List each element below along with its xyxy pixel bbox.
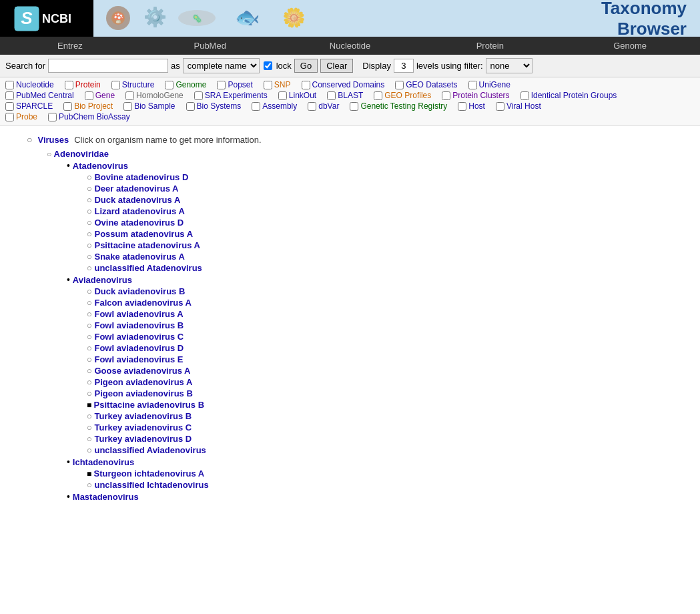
root-bullet: ○ — [27, 134, 32, 145]
filter-geo-profiles-checkbox[interactable] — [374, 91, 382, 100]
icht-bullet: • — [67, 456, 73, 467]
filter-assembly-checkbox[interactable] — [252, 102, 260, 111]
filter-sra-label: SRA Experiments — [205, 91, 268, 100]
filter-popset-checkbox[interactable] — [217, 81, 226, 89]
sturgeon-icht-a-link[interactable]: Sturgeon ichtadenovirus A — [94, 469, 205, 479]
levels-input[interactable] — [394, 59, 414, 73]
filter-unigene-checkbox[interactable] — [468, 81, 477, 89]
filter-pubmed-central-checkbox[interactable] — [5, 91, 14, 100]
filter-select[interactable]: none all curated — [486, 58, 533, 73]
nav-pubmed[interactable]: PubMed — [140, 37, 280, 55]
pigeon-avia-b-link[interactable]: Pigeon aviadenovirus B — [94, 388, 192, 398]
nav-entrez[interactable]: Entrez — [0, 37, 140, 55]
filter-snp-checkbox[interactable] — [264, 81, 272, 89]
filter-sparcle-checkbox[interactable] — [5, 102, 14, 111]
snake-ata-a-link[interactable]: Snake atadenovirus A — [94, 252, 184, 262]
list-item: ○ Fowl aviadenovirus D — [87, 343, 687, 353]
duck-ata-a-link[interactable]: Duck atadenovirus A — [94, 195, 180, 205]
list-item: ○ Pigeon aviadenovirus B — [87, 388, 687, 398]
filter-genetic-testing-checkbox[interactable] — [350, 102, 358, 111]
list-item: ■ Sturgeon ichtadenovirus A — [87, 469, 687, 479]
duck-avia-b-link[interactable]: Duck aviadenovirus B — [94, 286, 185, 296]
fowl-avia-c-link[interactable]: Fowl aviadenovirus C — [94, 332, 184, 342]
list-item: ○ Adenoviridae • Atadenovirus ○ Bovine a… — [47, 149, 687, 502]
unclassified-ata-link[interactable]: unclassified Atadenovirus — [94, 263, 202, 273]
possum-ata-a-link[interactable]: Possum atadenovirus A — [94, 229, 193, 239]
nav-protein[interactable]: Protein — [420, 37, 560, 55]
filter-row-4: Probe PubChem BioAssay — [5, 112, 695, 121]
filter-sra-checkbox[interactable] — [194, 91, 203, 100]
svg-text:⚙️: ⚙️ — [143, 6, 167, 28]
ovine-ata-d-link[interactable]: Ovine atadenovirus D — [94, 218, 184, 228]
filter-protein-checkbox[interactable] — [65, 81, 73, 89]
filter-geo-datasets-checkbox[interactable] — [395, 81, 404, 89]
list-item: ○ Psittacine atadenovirus A — [87, 240, 687, 250]
filter-identical-protein-checkbox[interactable] — [520, 91, 529, 100]
filter-dbvar-checkbox[interactable] — [308, 102, 316, 111]
filter-pubchem-checkbox[interactable] — [48, 113, 57, 121]
filter-bio-sample-checkbox[interactable] — [123, 102, 132, 111]
filter-bio-project-checkbox[interactable] — [63, 102, 72, 111]
filter-protein-clusters-checkbox[interactable] — [442, 91, 450, 100]
nav-bar: Entrez PubMed Nucleotide Protein Genome — [0, 37, 700, 55]
svg-text:🍄: 🍄 — [113, 13, 125, 24]
clear-button[interactable]: Clear — [320, 59, 353, 73]
filter-nucleotide-checkbox[interactable] — [5, 81, 14, 89]
filter-bio-project: Bio Project — [63, 101, 113, 111]
lizard-ata-a-link[interactable]: Lizard atadenovirus A — [94, 206, 184, 216]
filter-geo-profiles: GEO Profiles — [374, 91, 431, 100]
bovine-ata-d-link[interactable]: Bovine atadenovirus D — [94, 172, 188, 182]
fowl-avia-e-link[interactable]: Fowl aviadenovirus E — [94, 354, 183, 364]
list-item: ○ unclassified Ichtadenovirus — [87, 480, 687, 490]
list-item: • Mastadenovirus — [67, 491, 687, 502]
turkey-avia-d-link[interactable]: Turkey aviadenovirus D — [94, 434, 192, 444]
filter-linkout-checkbox[interactable] — [278, 91, 287, 100]
fowl-avia-a-link[interactable]: Fowl aviadenovirus A — [94, 309, 183, 319]
nav-nucleotide[interactable]: Nucleotide — [280, 37, 420, 55]
filter-row-3: SPARCLE Bio Project Bio Sample Bio Syste… — [5, 101, 695, 111]
unclassified-icht-link[interactable]: unclassified Ichtadenovirus — [94, 480, 208, 490]
turkey-avia-b-link[interactable]: Turkey aviadenovirus B — [94, 411, 192, 421]
pigeon-avia-a-link[interactable]: Pigeon aviadenovirus A — [94, 377, 192, 387]
filter-host-checkbox[interactable] — [458, 102, 466, 111]
filter-protein: Protein — [65, 80, 101, 89]
filter-viral-host-checkbox[interactable] — [496, 102, 504, 111]
falcon-avia-a-link[interactable]: Falcon aviadenovirus A — [94, 298, 191, 308]
filter-blast: BLAST — [327, 91, 363, 100]
filter-bio-systems-checkbox[interactable] — [186, 102, 195, 111]
filter-geo-profiles-label: GEO Profiles — [384, 91, 431, 100]
mast-bullet: • — [67, 491, 73, 502]
filter-probe-checkbox[interactable] — [5, 113, 14, 121]
go-button[interactable]: Go — [294, 59, 318, 73]
filter-homologene-checkbox[interactable] — [125, 91, 134, 100]
ncbi-logo[interactable]: S NCBI — [0, 0, 93, 37]
filter-host: Host — [458, 101, 485, 111]
filter-structure-checkbox[interactable] — [111, 81, 120, 89]
filter-sra: SRA Experiments — [194, 91, 268, 100]
filter-conserved-domains-checkbox[interactable] — [302, 81, 310, 89]
filter-blast-checkbox[interactable] — [327, 91, 336, 100]
deer-ata-a-link[interactable]: Deer atadenovirus A — [94, 184, 178, 194]
filter-genome-checkbox[interactable] — [165, 81, 173, 89]
psittacine-ata-a-link[interactable]: Psittacine atadenovirus A — [94, 240, 200, 250]
root-link[interactable]: Viruses — [37, 135, 69, 145]
filter-identical-protein: Identical Protein Groups — [520, 91, 617, 100]
psittacine-avia-b-link[interactable]: Psittacine aviadenovirus B — [94, 400, 204, 410]
ichtadenovirus-link[interactable]: Ichtadenovirus — [73, 457, 134, 467]
lock-checkbox[interactable] — [264, 61, 272, 70]
atadenovirus-link[interactable]: Atadenovirus — [73, 161, 128, 171]
search-input[interactable] — [48, 59, 168, 73]
goose-avia-a-link[interactable]: Goose aviadenovirus A — [94, 366, 190, 376]
fowl-avia-d-link[interactable]: Fowl aviadenovirus D — [94, 343, 184, 353]
filter-gene-checkbox[interactable] — [85, 91, 93, 100]
list-item: ○ Turkey aviadenovirus B — [87, 411, 687, 421]
aviadenovirus-link[interactable]: Aviadenovirus — [73, 275, 132, 285]
unclassified-avia-link[interactable]: unclassified Aviadenovirus — [94, 445, 206, 455]
fowl-avia-b-link[interactable]: Fowl aviadenovirus B — [94, 320, 184, 330]
turkey-avia-c-link[interactable]: Turkey aviadenovirus C — [94, 422, 192, 432]
nav-genome[interactable]: Genome — [560, 37, 700, 55]
filter-host-label: Host — [468, 101, 485, 111]
adenoviridae-link[interactable]: Adenoviridae — [54, 149, 109, 159]
mastadenovirus-link[interactable]: Mastadenovirus — [73, 492, 139, 502]
search-type-select[interactable]: complete name scientific name common nam… — [183, 58, 260, 73]
